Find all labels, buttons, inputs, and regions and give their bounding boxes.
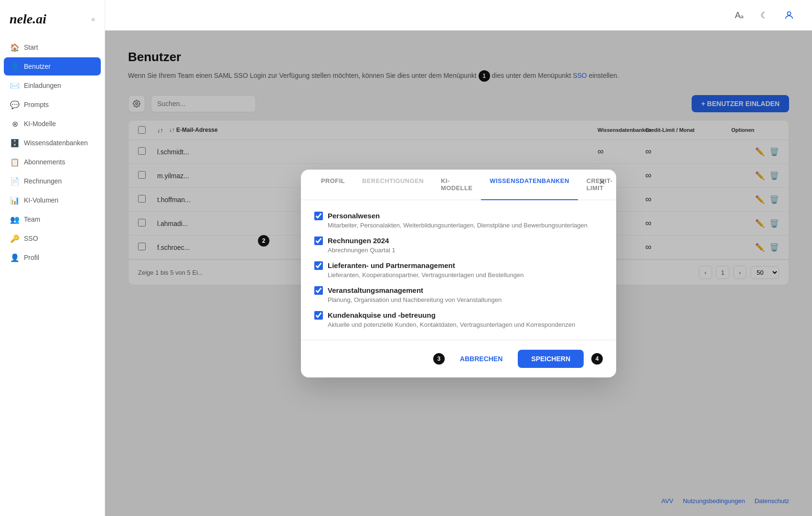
sidebar-item-label-wissensdatenbanken: Wissensdatenbanken <box>24 139 88 147</box>
kb-item-lieferanten: Lieferanten- und Partnermanagement Liefe… <box>314 261 603 279</box>
profile-icon: 👤 <box>11 253 19 262</box>
sidebar-item-label-ki-modelle: KI-Modelle <box>24 120 56 128</box>
main-area: Aₐ ☾ Benutzer Wenn Sie Ihrem Team einen … <box>105 0 812 516</box>
kb-checkbox-veranstaltungsmanagement[interactable] <box>314 286 323 295</box>
kb-desc-rechnungen-2024: Abrechnungen Quartal 1 <box>314 247 603 254</box>
sidebar-item-rechnungen[interactable]: 📄 Rechnungen <box>4 172 101 190</box>
kb-item-kundenakquise: Kundenakquise und -betreuung Aktuelle un… <box>314 311 603 328</box>
kb-item-veranstaltungsmanagement: Veranstaltungsmanagement Planung, Organi… <box>314 286 603 303</box>
subscription-icon: 📋 <box>11 158 19 166</box>
kb-desc-veranstaltungsmanagement: Planung, Organisation und Nachbereitung … <box>314 296 603 303</box>
sidebar-item-team[interactable]: 👥 Team <box>4 210 101 228</box>
sidebar-item-sso[interactable]: 🔑 SSO <box>4 229 101 247</box>
sidebar-item-label-start: Start <box>24 43 38 51</box>
kb-desc-personalwesen: Mitarbeiter, Personalakten, Weiterbildun… <box>314 222 603 229</box>
save-button[interactable]: SPEICHERN <box>518 350 584 368</box>
svg-point-0 <box>787 11 791 15</box>
sidebar-item-profil[interactable]: 👤 Profil <box>4 248 101 267</box>
ki-icon: ⊗ <box>11 119 19 128</box>
home-icon: 🏠 <box>11 43 19 52</box>
kb-checkbox-personalwesen[interactable] <box>314 212 323 220</box>
modal-dialog: PROFIL BERECHTIGUNGEN KI-MODELLE WISSENS… <box>301 170 616 377</box>
topbar: Aₐ ☾ <box>105 0 812 31</box>
sidebar-item-label-benutzer: Benutzer <box>24 63 51 70</box>
mail-icon: ✉️ <box>11 81 19 90</box>
logo-area: nele.ai « <box>0 8 105 38</box>
sidebar-item-wissensdatenbanken[interactable]: 🗄️ Wissensdatenbanken <box>4 134 101 152</box>
sidebar-item-label-rechnungen: Rechnungen <box>24 177 62 185</box>
modal-body: Personalwesen Mitarbeiter, Personalakten… <box>301 200 616 340</box>
modal-overlay[interactable]: PROFIL BERECHTIGUNGEN KI-MODELLE WISSENS… <box>105 31 812 516</box>
kb-item-rechnungen-2024: Rechnungen 2024 Abrechnungen Quartal 1 <box>314 236 603 254</box>
invoice-icon: 📄 <box>11 177 19 185</box>
dark-mode-icon[interactable]: ☾ <box>757 8 772 23</box>
user-icon: 👤 <box>11 62 19 71</box>
sidebar-item-label-team: Team <box>24 215 40 223</box>
team-icon: 👥 <box>11 215 19 224</box>
kb-checkbox-kundenakquise[interactable] <box>314 311 323 320</box>
translate-icon[interactable]: Aₐ <box>732 8 747 23</box>
sidebar-item-start[interactable]: 🏠 Start <box>4 38 101 56</box>
modal-tab-profil[interactable]: PROFIL <box>312 170 353 200</box>
nav-menu: 🏠 Start 👤 Benutzer ✉️ Einladungen 💬 Prom… <box>0 38 105 267</box>
modal-tab-ki-modelle[interactable]: KI-MODELLE <box>432 170 481 200</box>
content-area: Benutzer Wenn Sie Ihrem Team einen SAML … <box>105 31 812 516</box>
prompts-icon: 💬 <box>11 100 19 109</box>
step-badge-3: 3 <box>433 353 445 365</box>
kb-name-personalwesen: Personalwesen <box>328 212 380 220</box>
sidebar-item-label-abonnements: Abonnements <box>24 158 65 166</box>
modal-tab-berechtigungen[interactable]: BERECHTIGUNGEN <box>353 170 432 200</box>
key-icon: 🔑 <box>11 234 19 243</box>
cancel-button[interactable]: ABBRECHEN <box>452 350 510 367</box>
modal-tabs: PROFIL BERECHTIGUNGEN KI-MODELLE WISSENS… <box>301 170 616 200</box>
sidebar-item-einladungen[interactable]: ✉️ Einladungen <box>4 76 101 95</box>
sidebar-item-ki-volumen[interactable]: 📊 KI-Volumen <box>4 191 101 209</box>
logo: nele.ai <box>10 11 46 27</box>
database-icon: 🗄️ <box>11 139 19 147</box>
kb-checkbox-lieferanten[interactable] <box>314 261 323 270</box>
volume-icon: 📊 <box>11 196 19 204</box>
sidebar-item-prompts[interactable]: 💬 Prompts <box>4 96 101 114</box>
sidebar-item-label-profil: Profil <box>24 254 39 261</box>
kb-name-lieferanten: Lieferanten- und Partnermanagement <box>328 261 455 269</box>
modal-footer: 3 ABBRECHEN SPEICHERN 4 <box>301 340 616 377</box>
sidebar-item-label-einladungen: Einladungen <box>24 82 61 89</box>
modal-tab-wissensdatenbanken[interactable]: WISSENSDATENBANKEN <box>481 170 577 200</box>
sidebar: nele.ai « 🏠 Start 👤 Benutzer ✉️ Einladun… <box>0 0 105 516</box>
collapse-button[interactable]: « <box>91 15 95 23</box>
modal-close-button[interactable]: ✕ <box>595 175 609 189</box>
sidebar-item-benutzer[interactable]: 👤 Benutzer <box>4 57 101 75</box>
sidebar-item-label-sso: SSO <box>24 235 38 242</box>
kb-name-veranstaltungsmanagement: Veranstaltungsmanagement <box>328 286 423 294</box>
kb-desc-lieferanten: Lieferanten, Kooperationspartner, Vertra… <box>314 271 603 279</box>
step-badge-4: 4 <box>591 353 603 365</box>
sidebar-item-label-prompts: Prompts <box>24 101 49 108</box>
kb-desc-kundenakquise: Aktuelle und potenzielle Kunden, Kontakt… <box>314 321 603 328</box>
kb-item-personalwesen: Personalwesen Mitarbeiter, Personalakten… <box>314 212 603 229</box>
kb-checkbox-rechnungen-2024[interactable] <box>314 236 323 245</box>
sidebar-item-label-ki-volumen: KI-Volumen <box>24 196 58 204</box>
user-profile-icon[interactable] <box>781 8 797 23</box>
kb-name-rechnungen-2024: Rechnungen 2024 <box>328 236 389 245</box>
sidebar-item-abonnements[interactable]: 📋 Abonnements <box>4 153 101 171</box>
sidebar-item-ki-modelle[interactable]: ⊗ KI-Modelle <box>4 115 101 133</box>
kb-name-kundenakquise: Kundenakquise und -betreuung <box>328 311 436 319</box>
